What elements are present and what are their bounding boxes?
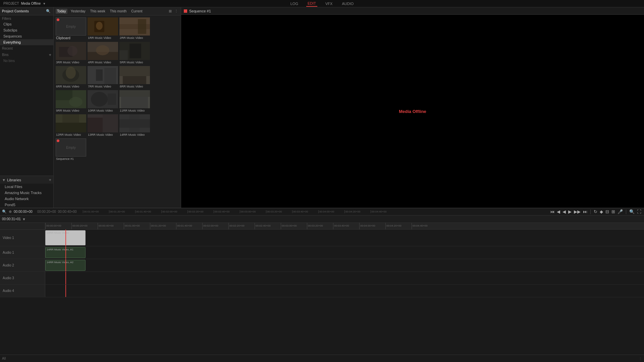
track-content-audio1[interactable]: 14RR Music Video, A1 [45,246,644,259]
add-bin-button[interactable]: + [49,52,51,57]
svg-rect-22 [119,66,150,76]
clip-item-4[interactable]: 4RR Music Video [88,42,118,65]
timecode-mid: 00:00:40+00 [58,210,77,214]
sequence-red-dot [57,139,59,142]
tab-log[interactable]: LOG [289,1,300,6]
play-forward-button[interactable]: ▶▶ [573,208,581,215]
track-content-audio3[interactable] [45,272,644,284]
clip-item-3[interactable]: 3RR Music Video [56,42,86,65]
nav-everything[interactable]: Everything [0,39,53,45]
clip-label-sequence1: Sequence #1 [56,157,86,161]
clip-label-13: 13RR Music Video [88,132,118,137]
zoom-in-button[interactable]: 🔍 [629,208,635,215]
nav-subclips[interactable]: Subclips [0,27,53,33]
svg-rect-25 [56,90,72,100]
filter-this-week[interactable]: This week [89,9,107,14]
top-ruler: 00:01:00+00 00:01:20+00 00:01:40+00 00:0… [79,210,547,213]
clip-label-11: 11RR Music Video [119,108,150,113]
svg-rect-20 [104,68,116,84]
add-library-button[interactable]: + [49,177,51,182]
audio-button[interactable]: 🎤 [617,208,624,215]
clip-thumb-10 [88,90,118,108]
filter-this-month[interactable]: This month [109,9,128,14]
track-content-audio4[interactable] [45,285,644,297]
clip-item-11[interactable]: 11RR Music Video [119,90,150,113]
clip-thumb-3 [56,42,86,60]
filters-label: Filters [0,15,53,21]
clip-thumb-14 [119,114,150,132]
playhead-triangle [64,230,67,230]
more-options-button[interactable]: ⋮ [174,9,179,14]
svg-point-28 [91,92,108,107]
track-content-audio2[interactable]: 14RR Music Video, A2 [45,259,644,272]
preview-title: Sequence #1 [184,9,211,13]
tab-audio[interactable]: AUDIO [340,1,355,6]
go-to-end-button[interactable]: ⏭ [582,208,588,215]
clip-item-10[interactable]: 10RR Music Video [88,90,118,113]
library-pond5[interactable]: Pond5 [0,202,53,208]
clip-item-8[interactable]: 8RR Music Video [119,66,150,89]
clip-item-clipboard[interactable]: Empty Clipboard [56,17,86,41]
nav-clips[interactable]: Clips [0,21,53,27]
clip-label-12: 12RR Music Video [56,132,86,137]
marker-button[interactable]: ◆ [599,208,604,215]
tab-edit[interactable]: EDIT [306,1,317,7]
libraries-header[interactable]: ▼ Libraries + [0,176,53,184]
clip-item-12[interactable]: 12RR Music Video [56,114,86,137]
divider2 [626,209,626,214]
grid-view-button[interactable]: ⊞ [168,9,172,14]
clip-item-9[interactable]: 9RR Music Video [56,90,86,113]
trim-button[interactable]: ⊟ [605,208,610,215]
library-local-files[interactable]: Local Files [0,184,53,190]
ruler-mark-12: 00:04:00+00 [359,223,385,229]
clip-item-13[interactable]: 13RR Music Video [88,114,118,137]
search-icon[interactable]: 🔍 [45,9,51,14]
settings-icon[interactable]: ⋮ [639,357,642,360]
library-audio-network[interactable]: Audio Network [0,196,53,202]
play-back-button[interactable]: ◀ [562,208,567,215]
libraries-panel: ▼ Libraries + Local Files Amazing Music … [0,176,53,208]
clip-label-7: 7RR Music Video [88,84,118,89]
media-offline-text: Media Offline [399,109,426,114]
svg-rect-13 [129,44,141,58]
project-dropdown-arrow[interactable]: ▼ [43,2,46,5]
go-to-start-button[interactable]: ⏮ [549,208,555,215]
clip-item-7[interactable]: 7RR Music Video [88,66,118,89]
secondary-timecode: 00:00:31+01 [2,217,21,221]
left-split: Project Contents 🔍 Filters Clips Subclip… [0,7,181,208]
clip-thumb-7 [88,66,118,84]
clip-item-2[interactable]: 2RR Music Video [119,17,150,41]
ruler-mark-11: 00:03:40+00 [333,223,359,229]
ruler-mark-14: 00:04:40+00 [412,223,438,229]
svg-rect-29 [108,94,116,105]
clip-label-10: 10RR Music Video [88,108,118,113]
filter-yesterday[interactable]: Yesterday [69,9,87,14]
library-amazing-music[interactable]: Amazing Music Tracks [0,190,53,196]
play-button[interactable]: ▶ [568,208,572,215]
clip-item-6[interactable]: 6RR Music Video [56,66,86,89]
view-toggle-button[interactable]: ⊞ [611,208,616,215]
loop-button[interactable]: ↻ [593,208,598,215]
step-back-button[interactable]: ◀ [556,208,561,215]
top-bar-left: PROJECT Media Offline ▼ [3,2,289,5]
track-content-video1[interactable]: 14RR Music Video [45,230,644,246]
clip-item-14[interactable]: 14RR Music Video [119,114,150,137]
clips-grid: Empty Clipboard 1RR Mu [54,15,181,208]
ruler-marks-container: 00:00:00+00 00:00:20+00 00:00:40+00 00:0… [45,223,438,229]
svg-rect-14 [119,50,128,60]
preview-area[interactable]: Media Offline [181,15,644,208]
search-icon-timeline[interactable]: 🔍 [2,209,7,214]
filter-today[interactable]: Today [56,9,67,14]
clip-item-5[interactable]: 5RR Music Video [119,42,150,65]
fullscreen-button[interactable]: ⛶ [636,208,642,215]
clip-item-sequence1[interactable]: Empty Sequence #1 [56,138,86,161]
bottom-label: All [2,357,6,360]
timecode-dropdown[interactable]: ▼ [22,217,26,221]
svg-point-2 [96,22,103,30]
zoom-icon[interactable]: ⊕ [9,209,12,214]
nav-sequences[interactable]: Sequences [0,33,53,39]
filter-current[interactable]: Current [130,9,144,14]
clip-item-1[interactable]: 1RR Music Video [88,17,118,41]
media-toolbar: Today Yesterday This week This month Cur… [54,7,181,15]
tab-vfx[interactable]: VFX [324,1,334,6]
